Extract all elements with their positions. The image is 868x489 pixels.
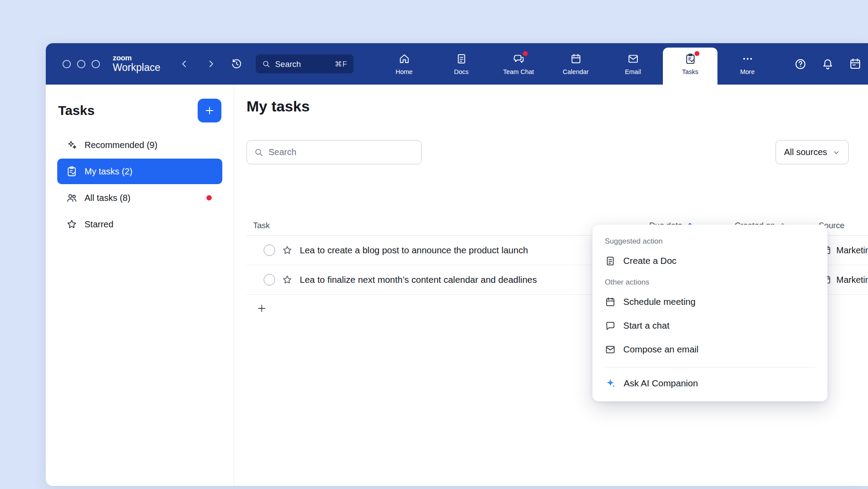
topbar: zoom Workplace Search ⌘F Home bbox=[46, 43, 868, 85]
suggested-action-label: Suggested action bbox=[592, 237, 828, 246]
task-title[interactable]: Lea to finalize next month’s content cal… bbox=[300, 274, 537, 285]
task-search-box bbox=[246, 140, 422, 164]
global-search[interactable]: Search ⌘F bbox=[256, 55, 353, 74]
task-complete-circle[interactable] bbox=[264, 274, 275, 285]
task-title[interactable]: Lea to create a blog post to announce th… bbox=[300, 245, 528, 256]
clipboard-check-icon bbox=[66, 166, 77, 177]
sidebar-item-label: Recommended (9) bbox=[85, 140, 158, 150]
star-icon[interactable] bbox=[282, 245, 293, 256]
nav-more[interactable]: More bbox=[719, 43, 776, 85]
sidebar-item-label: All tasks (8) bbox=[85, 193, 130, 203]
window-control-2[interactable] bbox=[77, 60, 85, 68]
add-task-button[interactable] bbox=[198, 99, 221, 122]
source-label: Marketing bbox=[836, 275, 868, 285]
star-icon[interactable] bbox=[282, 274, 293, 285]
task-search-input[interactable] bbox=[268, 147, 414, 157]
nav-team-chat[interactable]: Team Chat bbox=[490, 43, 547, 85]
nav-calendar[interactable]: Calendar bbox=[547, 43, 604, 85]
menu-item-compose-email[interactable]: Compose an email bbox=[592, 337, 828, 361]
team-chat-badge bbox=[523, 51, 528, 56]
window-control-1[interactable] bbox=[63, 60, 71, 68]
column-task[interactable]: Task bbox=[253, 221, 270, 230]
more-icon bbox=[742, 53, 754, 65]
calendar-panel-icon[interactable] bbox=[849, 57, 862, 70]
sidebar-item-recommended[interactable]: Recommended (9) bbox=[57, 132, 222, 158]
sidebar-item-label: Starred bbox=[85, 219, 114, 230]
menu-item-schedule-meeting[interactable]: Schedule meeting bbox=[592, 290, 828, 314]
menu-item-ask-ai-companion[interactable]: Ask AI Companion bbox=[592, 371, 828, 395]
email-icon bbox=[605, 344, 616, 355]
ai-actions-menu: Suggested action Create a Doc Other acti… bbox=[592, 225, 828, 401]
help-icon[interactable] bbox=[794, 58, 807, 70]
window-control-3[interactable] bbox=[92, 60, 100, 68]
other-actions-label: Other actions bbox=[592, 278, 828, 287]
plus-icon bbox=[256, 303, 267, 314]
window-controls bbox=[63, 43, 100, 85]
ai-companion-icon bbox=[605, 378, 616, 389]
logo-workplace: Workplace bbox=[113, 63, 160, 74]
sidebar-item-all-tasks[interactable]: All tasks (8) bbox=[57, 185, 222, 211]
page-title: My tasks bbox=[246, 98, 310, 115]
global-search-placeholder: Search bbox=[275, 59, 301, 69]
nav-email[interactable]: Email bbox=[604, 43, 662, 85]
chat-bubble-icon bbox=[605, 320, 616, 331]
notifications-bell-icon[interactable] bbox=[821, 58, 834, 70]
nav-docs[interactable]: Docs bbox=[433, 43, 490, 85]
menu-divider bbox=[605, 367, 815, 367]
tasks-icon bbox=[684, 53, 696, 65]
app-window: zoom Workplace Search ⌘F Home bbox=[46, 43, 868, 486]
source-label: Marketing bbox=[836, 245, 868, 256]
email-icon bbox=[627, 53, 639, 65]
calendar-icon bbox=[605, 296, 616, 307]
people-icon bbox=[66, 192, 77, 204]
logo-zoom: zoom bbox=[113, 54, 160, 62]
sidebar-title: Tasks bbox=[58, 103, 95, 118]
all-tasks-badge bbox=[206, 195, 212, 200]
docs-icon bbox=[456, 53, 467, 65]
tasks-sidebar: Tasks Recommended (9) My tasks (2) bbox=[46, 85, 234, 486]
doc-icon bbox=[605, 256, 616, 267]
home-icon bbox=[398, 53, 410, 65]
nav-tasks[interactable]: Tasks bbox=[662, 43, 719, 85]
menu-item-create-doc[interactable]: Create a Doc bbox=[592, 249, 828, 273]
sidebar-item-starred[interactable]: Starred bbox=[57, 211, 222, 237]
star-icon bbox=[66, 219, 77, 230]
team-chat-icon bbox=[513, 53, 525, 65]
task-complete-circle[interactable] bbox=[264, 244, 275, 256]
sidebar-item-label: My tasks (2) bbox=[85, 167, 132, 177]
tasks-badge bbox=[695, 51, 699, 56]
all-sources-dropdown[interactable]: All sources bbox=[776, 140, 849, 164]
search-shortcut: ⌘F bbox=[335, 60, 347, 68]
topbar-right-icons bbox=[794, 43, 862, 85]
sparkles-icon bbox=[66, 139, 77, 151]
nav-home[interactable]: Home bbox=[375, 43, 433, 85]
primary-nav: Home Docs Team Chat Calendar bbox=[375, 43, 776, 85]
search-icon bbox=[254, 148, 263, 157]
forward-button[interactable] bbox=[206, 59, 216, 69]
menu-item-start-chat[interactable]: Start a chat bbox=[592, 314, 828, 337]
calendar-icon bbox=[570, 53, 582, 65]
back-button[interactable] bbox=[180, 59, 189, 69]
zoom-workplace-logo: zoom Workplace bbox=[113, 54, 160, 73]
search-icon bbox=[262, 60, 270, 68]
sidebar-item-my-tasks[interactable]: My tasks (2) bbox=[57, 159, 222, 184]
history-icon[interactable] bbox=[231, 58, 243, 70]
chevron-down-icon bbox=[832, 148, 840, 156]
